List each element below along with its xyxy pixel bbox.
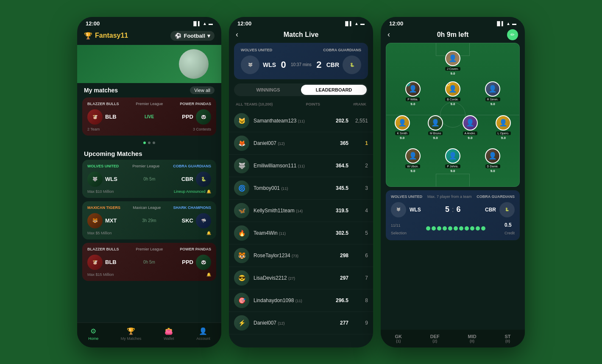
pos-tab-gk[interactable]: GK (1)	[395, 334, 402, 343]
sport-selector[interactable]: ⚽ Football ▾	[170, 31, 215, 41]
player-j-coven-score: 9.0	[450, 72, 455, 75]
app-header: 🏆 Fantasy11 ⚽ Football ▾	[77, 28, 221, 45]
nav-home-label: Home	[88, 336, 98, 341]
wifi-icon-2: ▲	[354, 21, 359, 26]
nav-account-label: Account	[196, 336, 210, 341]
lb-rank-3: 3	[353, 185, 368, 191]
lb-row-3[interactable]: 🌀 Tomboy001 (11) 345.5 3	[229, 177, 373, 200]
match-1-league: Maxican League	[133, 206, 161, 210]
back-button[interactable]: ‹	[236, 30, 238, 39]
nav-home[interactable]: ⚙ Home	[88, 327, 98, 341]
screen-match-live: 12:00 ▐▌▌ ▲ ▬ ‹ Match Live WOLVES UNITED…	[229, 17, 373, 347]
status-time-2: 12:00	[237, 20, 251, 27]
lb-row-8[interactable]: 🎯 Lindahaydon1098 (11) 296.5 8	[229, 289, 373, 312]
live-match-card[interactable]: BLAZZER BULLS Premier League POWER PANDA…	[82, 97, 216, 136]
match-1-right-team: SHARK CHAMPIONS	[173, 206, 211, 210]
match-0-body: 🐺 WLS 0h 5m CBR 🐍	[87, 172, 211, 187]
lb-row-5[interactable]: 🔥 Team4Win (11) 302.5 5	[229, 222, 373, 245]
match-2-time: 0h 5m	[143, 260, 155, 264]
lb-name-7: LisaDevis2212 (27)	[254, 275, 323, 281]
wifi-icon-3: ▲	[506, 21, 510, 26]
match-2-right-abbr: PPD	[182, 259, 193, 265]
player-r-simm-avatar: 👤	[485, 81, 500, 97]
player-b-corde-avatar: VC 👤	[445, 81, 460, 97]
status-icons-3: ▐▌▌ ▲ ▬	[496, 21, 516, 26]
player-p-johns[interactable]: 👤 P Johns. 9.0	[445, 148, 460, 173]
dot-1	[143, 142, 146, 144]
match-2-bell: 🔔	[206, 272, 211, 277]
match-1-left-logo: 🐯	[87, 213, 103, 228]
player-p-johns-score: 9.0	[450, 169, 455, 173]
player-l-opero[interactable]: 👤 L Opero. 9.0	[496, 115, 511, 140]
player-m-bruno[interactable]: 👤 M Bruno 9.0	[428, 115, 443, 140]
dot-sel-9	[470, 226, 474, 231]
match-1-header: MAXICAN TIGERS Maxican League SHARK CHAM…	[87, 206, 211, 210]
lb-avatar-3: 🌀	[234, 181, 249, 196]
player-r-simm[interactable]: 👤 R Simm. 9.0	[485, 81, 500, 106]
lb-avatar-5: 🔥	[234, 225, 249, 241]
tab-leaderboard[interactable]: LEADERBOARD	[301, 85, 367, 95]
upcoming-title: Upcoming Matches	[77, 147, 221, 160]
player-k-smith-score: 9.0	[400, 136, 404, 140]
player-p-willia[interactable]: C 👤 P Willia. 9.0	[405, 81, 421, 106]
player-j-coven[interactable]: 👤 J Coven. 9.0	[445, 51, 460, 75]
s3sb-right-team: COBRA GUARDIANS	[477, 195, 515, 199]
player-d-danie[interactable]: 👤 D Danie. 9.0	[485, 148, 500, 173]
match-card-0[interactable]: WOLVES UNITED Premier League COBRA GUARD…	[82, 160, 216, 198]
match-0-header: WOLVES UNITED Premier League COBRA GUARD…	[87, 164, 211, 168]
lb-row-7[interactable]: 😎 LisaDevis2212 (27) 297 7	[229, 267, 373, 289]
match-score-bar: WOLVES UNITED COBRA GUARDIANS 🐺 WLS 0 10…	[234, 43, 368, 79]
match-1-footer: Max $5 Million 🔔	[87, 231, 211, 235]
live-team-left: 🐮 BLB	[87, 109, 117, 125]
match-1-body: 🐯 MXT 3h 29m SKC 🦈	[87, 213, 211, 228]
status-icons-2: ▐▌▌ ▲ ▬	[344, 21, 365, 26]
player-b-corde[interactable]: VC 👤 B Corde. 9.0	[445, 81, 460, 106]
match-2-footer: Max $15 Million 🔔	[87, 272, 211, 277]
pos-st-count: (0)	[505, 339, 510, 343]
pos-tab-def[interactable]: DEF (2)	[430, 334, 440, 343]
match-1-right: SKC 🦈	[182, 213, 211, 228]
player-w-ubon-name: W Ubon.	[405, 164, 420, 168]
nav-account[interactable]: 👤 Account	[196, 327, 210, 341]
chevron-down-icon: ▾	[207, 33, 210, 39]
msb-left-logo: 🐺	[241, 56, 259, 74]
player-a-andre[interactable]: 👤 A Andre. 9.0	[463, 115, 478, 140]
match-live-title: Match Live	[284, 31, 319, 39]
lb-name-3: Tomboy001 (11)	[254, 185, 323, 191]
player-m-bruno-score: 9.0	[433, 136, 438, 140]
lb-name-2: Emiliwilliamson111 (11)	[254, 163, 323, 169]
lb-row-4[interactable]: 🦋 KellySmith11team (14) 319.5 4	[229, 200, 373, 222]
match-card-1[interactable]: MAXICAN TIGERS Maxican League SHARK CHAM…	[82, 201, 216, 239]
view-all-button[interactable]: View all	[190, 86, 215, 94]
sport-icon: ⚽	[175, 33, 181, 39]
tab-winnings[interactable]: WINNINGS	[235, 85, 301, 95]
lb-row-2[interactable]: 🐺 Emiliwilliamson111 (11) 364.5 2	[229, 155, 373, 177]
player-w-ubon[interactable]: 👤 W Ubon. 9.0	[405, 148, 421, 173]
match-1-time: 3h 29m	[142, 218, 156, 223]
field-center-circle	[440, 102, 465, 128]
pos-tab-mid[interactable]: MID (0)	[468, 334, 477, 343]
match-1-right-abbr: SKC	[182, 217, 193, 224]
player-d-danie-avatar: 👤	[485, 148, 500, 164]
msb-left-team: 🐺 WLS	[241, 56, 276, 74]
lb-avatar-1: 🦊	[234, 136, 249, 151]
lb-row-6[interactable]: 🐯 RoseTaylor1234 (73) 298 6	[229, 245, 373, 267]
match-2-header: BLAZZER BULLS Premier League POWER PANDA…	[87, 247, 211, 251]
wifi-icon: ▲	[203, 21, 207, 26]
match-1-left-abbr: MXT	[105, 217, 117, 224]
lb-points-9: 277	[327, 320, 348, 326]
player-k-smith[interactable]: 👤 K Smith 9.0	[395, 115, 410, 140]
player-p-johns-avatar: 👤	[445, 148, 460, 164]
match-2-left: 🐮 BLB	[87, 255, 117, 270]
lb-row-0[interactable]: 🐱 Samanthateam123 (11) 202.5 2,551	[229, 110, 373, 132]
pos-tab-st[interactable]: ST (0)	[505, 334, 511, 343]
nav-my-matches[interactable]: 🏆 My Matches	[121, 327, 142, 341]
edit-button[interactable]: ✏	[507, 29, 518, 40]
msb-right-logo: 🐍	[343, 56, 361, 74]
lb-row-1[interactable]: 🦊 Daniel007 (12) 365 1	[229, 132, 373, 155]
nav-wallet[interactable]: 👛 Wallet	[164, 327, 174, 341]
lb-row-9[interactable]: ⚡ Daniel007 (12) 277 9	[229, 312, 373, 334]
live-card-header: BLAZZER BULLS Premier League POWER PANDA…	[87, 102, 211, 106]
lineup-back-button[interactable]: ‹	[387, 30, 390, 39]
match-card-2[interactable]: BLAZZER BULLS Premier League POWER PANDA…	[82, 243, 216, 281]
